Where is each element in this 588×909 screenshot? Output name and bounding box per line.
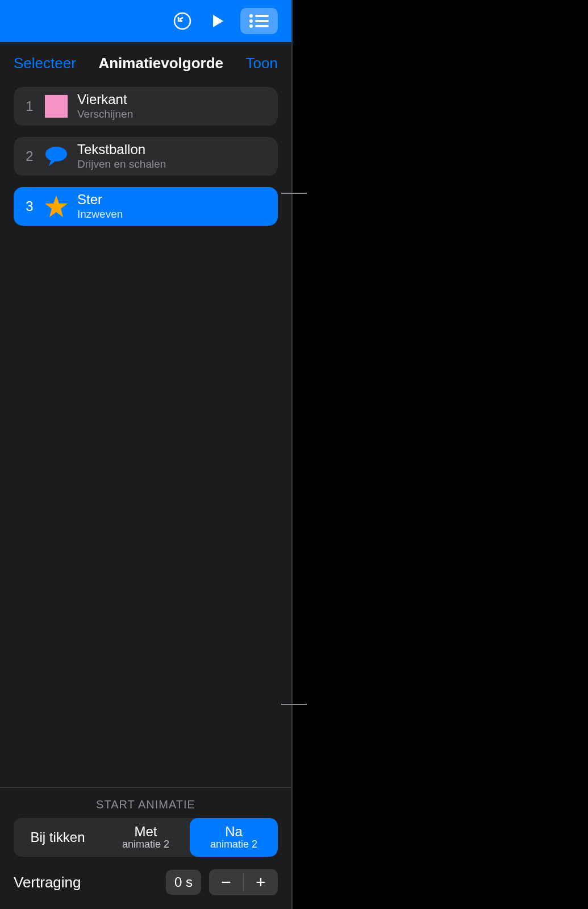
segment-subtitle: animatie 2 [122, 839, 169, 850]
animation-list: 1 Vierkant Verschijnen 2 Tekstballon Dri… [0, 82, 291, 787]
segment-with[interactable]: Met animatie 2 [102, 818, 190, 857]
delay-value[interactable]: 0 s [166, 870, 201, 895]
segment-on-tap[interactable]: Bij tikken [14, 818, 102, 857]
segment-after[interactable]: Na animatie 2 [190, 818, 278, 857]
segment-title: Na [225, 824, 243, 839]
item-text: Ster Inzweven [77, 192, 123, 221]
list-icon [249, 14, 269, 28]
item-number: 2 [24, 148, 35, 164]
svg-point-1 [249, 14, 253, 18]
segment-title: Bij tikken [30, 830, 85, 845]
svg-rect-6 [255, 25, 269, 27]
delay-stepper: − + [209, 869, 278, 895]
delay-row: Vertraging 0 s − + [14, 869, 278, 895]
play-icon [210, 13, 226, 29]
toolbar [0, 0, 291, 42]
svg-rect-2 [255, 15, 269, 17]
list-item[interactable]: 1 Vierkant Verschijnen [14, 87, 278, 126]
star-icon [44, 194, 68, 218]
delay-label: Vertraging [14, 874, 158, 891]
item-subtitle: Inzweven [77, 208, 123, 221]
svg-rect-4 [255, 20, 269, 22]
stepper-minus-button[interactable]: − [209, 869, 243, 895]
item-number: 1 [24, 98, 35, 114]
undo-icon [173, 11, 192, 31]
svg-point-3 [249, 19, 253, 23]
start-animation-segmented: Bij tikken Met animatie 2 Na animatie 2 [14, 818, 278, 857]
speech-bubble-icon [44, 144, 68, 168]
item-subtitle: Drijven en schalen [77, 158, 166, 171]
callout-line [281, 704, 307, 705]
segment-title: Met [134, 824, 157, 839]
segment-subtitle: animatie 2 [210, 839, 257, 850]
item-title: Vierkant [77, 92, 133, 108]
item-title: Tekstballon [77, 142, 166, 158]
list-item-selected[interactable]: 3 Ster Inzweven [14, 187, 278, 226]
square-icon [44, 94, 68, 118]
item-number: 3 [24, 198, 35, 214]
panel-title: Animatievolgorde [98, 55, 223, 72]
select-button[interactable]: Selecteer [14, 55, 76, 72]
panel-header: Selecteer Animatievolgorde Toon [0, 42, 291, 82]
play-button[interactable] [205, 9, 230, 34]
item-title: Ster [77, 192, 123, 208]
animation-order-panel: Selecteer Animatievolgorde Toon 1 Vierka… [0, 0, 293, 909]
svg-point-7 [45, 147, 67, 161]
item-subtitle: Verschijnen [77, 108, 133, 121]
svg-point-5 [249, 24, 253, 28]
stepper-plus-button[interactable]: + [244, 869, 278, 895]
show-button[interactable]: Toon [246, 55, 278, 72]
list-item[interactable]: 2 Tekstballon Drijven en schalen [14, 137, 278, 176]
list-view-button[interactable] [240, 8, 278, 34]
item-text: Tekstballon Drijven en schalen [77, 142, 166, 171]
item-text: Vierkant Verschijnen [77, 92, 133, 121]
undo-button[interactable] [170, 9, 195, 34]
bottom-controls: START ANIMATIE Bij tikken Met animatie 2… [0, 787, 291, 909]
callout-line [281, 193, 307, 194]
start-animation-label: START ANIMATIE [14, 798, 278, 811]
